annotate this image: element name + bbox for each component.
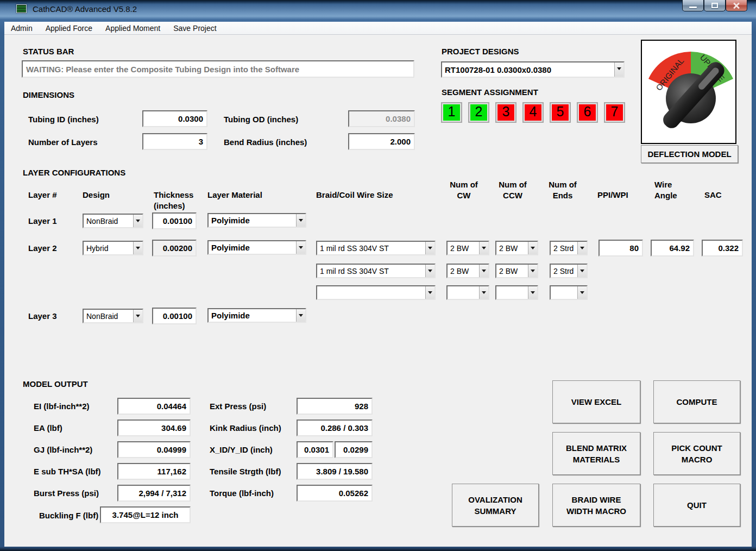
chevron-down-icon[interactable] [133, 242, 142, 254]
col-material: Layer Material [207, 190, 262, 199]
esub-field[interactable]: 117,162 [117, 463, 191, 480]
layer2-ccw-dropdown-2[interactable]: 2 BW [495, 264, 538, 278]
deflection-gauge: ORIGINAL UPDATE [641, 40, 736, 144]
layer1-thickness-field[interactable]: 0.00100 [152, 212, 197, 229]
layer2-sac-field[interactable]: 0.322 [702, 240, 743, 256]
layer2-ppi-field[interactable]: 80 [598, 240, 643, 256]
close-icon [733, 2, 740, 9]
chevron-down-icon[interactable] [528, 242, 537, 254]
blend-matrix-materials-button[interactable]: BLEND MATRIX MATERIALS [552, 432, 640, 475]
ei-field[interactable]: 0.04464 [117, 398, 191, 415]
chevron-down-icon[interactable] [479, 286, 488, 299]
segment-button-7[interactable]: 7 [604, 102, 625, 123]
minimize-button[interactable] [682, 0, 704, 11]
segment-button-2[interactable]: 2 [468, 102, 489, 123]
chevron-down-icon[interactable] [577, 242, 587, 254]
chevron-down-icon[interactable] [425, 265, 434, 277]
col-thickness: Thickness [154, 190, 193, 199]
layer3-design-dropdown[interactable]: NonBraid [83, 309, 143, 323]
project-designs-dropdown[interactable]: RT100728-01 0.0300x0.0380 [441, 61, 625, 78]
chevron-down-icon[interactable] [614, 62, 623, 77]
deflection-model-button[interactable]: DEFLECTION MODEL [641, 145, 738, 163]
burst-press-label: Burst Press (psi) [34, 489, 99, 498]
layer2-wire-size-dropdown-1[interactable]: 1 mil rd SS 304V ST [316, 241, 436, 255]
close-button[interactable] [726, 0, 747, 11]
ea-field[interactable]: 304.69 [117, 419, 191, 436]
col-wire-angle: WireAngle [654, 179, 677, 201]
chevron-down-icon[interactable] [296, 241, 305, 254]
menu-applied-moment[interactable]: Applied Moment [99, 22, 167, 35]
project-designs-label: PROJECT DESIGNS [442, 47, 519, 56]
segment-button-5[interactable]: 5 [550, 102, 571, 123]
layer2-cw-dropdown-3[interactable] [446, 285, 489, 300]
ext-press-field[interactable]: 928 [297, 398, 373, 415]
layer2-ends-dropdown-1[interactable]: 2 Strd [550, 241, 588, 255]
col-wire-size: Braid/Coil Wire Size [316, 190, 393, 199]
menu-admin[interactable]: Admin [4, 22, 39, 35]
segment-button-3[interactable]: 3 [495, 102, 516, 123]
chevron-down-icon[interactable] [425, 242, 434, 254]
maximize-button[interactable] [704, 0, 726, 11]
maximize-icon [711, 3, 718, 8]
chevron-down-icon[interactable] [528, 286, 537, 299]
bend-radius-field[interactable]: 2.000 [348, 133, 415, 150]
tubing-od-label: Tubing OD (inches) [224, 115, 298, 124]
buckling-field[interactable]: 3.745@L=12 inch [100, 506, 191, 523]
layer2-wire-size-dropdown-3[interactable] [316, 285, 436, 300]
chevron-down-icon[interactable] [577, 265, 587, 277]
layer2-material-dropdown[interactable]: Polyimide [207, 240, 306, 255]
app-icon [16, 4, 27, 13]
layer2-cw-dropdown-2[interactable]: 2 BW [446, 264, 489, 278]
tensile-label: Tensile Strgth (lbf) [210, 467, 281, 476]
braid-wire-width-macro-button[interactable]: BRAID WIRE WIDTH MACRO [552, 484, 640, 527]
segment-button-4[interactable]: 4 [522, 102, 544, 123]
quit-button[interactable]: QUIT [653, 484, 740, 527]
pick-count-macro-button[interactable]: PICK COUNT MACRO [653, 432, 740, 475]
layer1-design-dropdown[interactable]: NonBraid [83, 214, 143, 228]
kink-radius-field[interactable]: 0.286 / 0.303 [297, 419, 373, 436]
layer2-cw-dropdown-1[interactable]: 2 BW [446, 241, 489, 255]
layer1-material-dropdown[interactable]: Polyimide [207, 213, 306, 228]
tubing-id-field[interactable]: 0.0300 [142, 110, 207, 127]
yid-field[interactable]: 0.0299 [335, 441, 373, 458]
chevron-down-icon[interactable] [577, 286, 587, 299]
xid-field[interactable]: 0.0301 [297, 441, 333, 458]
chevron-down-icon[interactable] [296, 309, 305, 322]
layer2-wire-size-dropdown-2[interactable]: 1 mil rd SS 304V ST [316, 264, 436, 278]
layer2-ends-dropdown-3[interactable] [550, 285, 588, 300]
chevron-down-icon[interactable] [528, 265, 537, 277]
project-designs-value: RT100728-01 0.0300x0.0380 [445, 65, 614, 74]
torque-field[interactable]: 0.05262 [297, 485, 373, 502]
bend-radius-label: Bend Radius (inches) [224, 137, 307, 147]
layer2-design-dropdown[interactable]: Hybrid [83, 241, 143, 255]
chevron-down-icon[interactable] [479, 265, 488, 277]
chevron-down-icon[interactable] [133, 215, 142, 227]
menu-save-project[interactable]: Save Project [167, 22, 223, 35]
compute-button[interactable]: COMPUTE [653, 380, 740, 423]
gj-field[interactable]: 0.04999 [117, 441, 191, 458]
layer2-ends-dropdown-2[interactable]: 2 Strd [550, 264, 588, 278]
chevron-down-icon[interactable] [479, 242, 488, 254]
ovalization-summary-button[interactable]: OVALIZATION SUMMARY [452, 484, 539, 527]
status-message-field[interactable]: WAITING: Please enter the Composite Tubi… [22, 60, 414, 78]
chevron-down-icon[interactable] [133, 310, 142, 322]
burst-press-field[interactable]: 2,994 / 7,312 [117, 485, 191, 502]
segment-assignment-label: SEGMENT ASSIGNMENT [442, 87, 538, 97]
num-layers-label: Number of Layers [28, 137, 98, 147]
segment-button-6[interactable]: 6 [577, 102, 598, 123]
chevron-down-icon[interactable] [425, 286, 434, 299]
layer3-thickness-field[interactable]: 0.00100 [152, 308, 197, 324]
layer2-ccw-dropdown-1[interactable]: 2 BW [495, 241, 538, 255]
menu-applied-force[interactable]: Applied Force [39, 22, 99, 35]
col-num-ends: Num ofEnds [541, 179, 584, 201]
col-design: Design [83, 190, 110, 199]
view-excel-button[interactable]: VIEW EXCEL [552, 380, 640, 423]
layer2-ccw-dropdown-3[interactable] [495, 285, 538, 300]
layer2-wire-angle-field[interactable]: 64.92 [651, 240, 694, 256]
num-layers-field[interactable]: 3 [142, 133, 207, 150]
chevron-down-icon[interactable] [296, 214, 305, 227]
tensile-field[interactable]: 3.809 / 19.580 [297, 463, 373, 480]
menu-bar: Admin Applied Force Applied Moment Save … [4, 22, 752, 35]
layer3-material-dropdown[interactable]: Polyimide [207, 308, 306, 323]
segment-button-1[interactable]: 1 [441, 102, 462, 123]
